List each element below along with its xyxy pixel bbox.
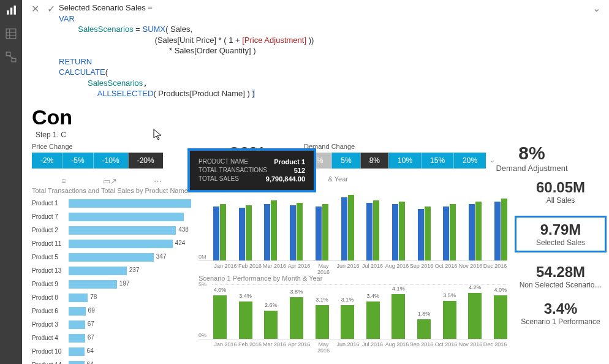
- price-option[interactable]: -10%: [93, 153, 128, 169]
- left-chart-title: Total Transactions and Total Sales by Pr…: [32, 187, 191, 194]
- svg-rect-8: [12, 58, 16, 62]
- price-option[interactable]: -5%: [62, 153, 93, 169]
- datapoint-tooltip: PRODUCT NAMEProduct 1TOTAL TRANSACTIONS5…: [187, 148, 316, 192]
- kpi-card[interactable]: 9.79MSelected Sales: [515, 216, 607, 252]
- svg-line-9: [9, 56, 14, 59]
- bar-label: Product 13: [32, 267, 69, 274]
- kpi-cards: 60.05MAll Sales9.79MSelected Sales54.28M…: [515, 175, 607, 364]
- demand-adjustment-label: Demand Adjustment: [464, 164, 599, 173]
- step-text: Step 1. C: [22, 129, 609, 139]
- product-bar-chart[interactable]: Product 1Product 7Product 2438Product 11…: [32, 197, 191, 364]
- data-view-icon[interactable]: [6, 28, 17, 42]
- price-option[interactable]: -2%: [32, 153, 62, 169]
- export-icon[interactable]: ▭↗: [103, 176, 117, 186]
- bar-label: Product 8: [32, 294, 69, 301]
- page-title: Con: [22, 102, 609, 129]
- demand-change-title: Demand Change: [304, 143, 457, 150]
- bar-label: Product 1: [32, 200, 69, 207]
- bar-label: Product 14: [32, 362, 69, 364]
- bar-label: Product 3: [32, 321, 69, 328]
- demand-option[interactable]: 15%: [421, 153, 453, 169]
- bar-label: Product 2: [32, 227, 69, 233]
- model-view-icon[interactable]: [6, 51, 17, 65]
- report-view-icon[interactable]: [6, 5, 17, 18]
- collapse-icon[interactable]: ⌄: [589, 2, 604, 14]
- bar-label: Product 9: [32, 281, 69, 287]
- cancel-icon[interactable]: ✕: [27, 2, 43, 15]
- demand-option[interactable]: 8%: [360, 153, 388, 169]
- svg-rect-7: [6, 52, 10, 56]
- bar-label: Product 6: [32, 308, 69, 314]
- kpi-card[interactable]: 54.28MNon Selected Scenario…: [515, 264, 607, 289]
- commit-icon[interactable]: ✓: [43, 2, 59, 15]
- cursor-icon: [153, 129, 163, 141]
- price-change-title: Price Change: [32, 143, 185, 150]
- demand-change-slicer: 2%5%8%10%15%20%: [304, 153, 486, 169]
- svg-rect-1: [10, 8, 12, 15]
- svg-rect-0: [7, 10, 9, 15]
- svg-rect-3: [6, 29, 16, 39]
- bar-label: Product 4: [32, 335, 69, 341]
- dax-code[interactable]: Selected Scenario Sales = VAR SalesScena…: [59, 2, 589, 99]
- formula-bar: ✕ ✓ Selected Scenario Sales = VAR SalesS…: [22, 0, 609, 102]
- side-rail: [0, 0, 22, 364]
- scenario-performance-chart[interactable]: Scenario 1 Performance by Month & Year 5…: [199, 275, 507, 346]
- bar-label: Product 5: [32, 254, 69, 260]
- price-option[interactable]: -20%: [128, 153, 163, 169]
- price-change-slicer: -2%-5%-10%-20%: [32, 153, 185, 169]
- demand-adjustment-value: 8%: [464, 143, 599, 164]
- kpi-card[interactable]: 3.4%Scenario 1 Performance: [515, 300, 607, 326]
- demand-option[interactable]: 10%: [388, 153, 421, 169]
- bar-label: Product 7: [32, 213, 69, 220]
- demand-option[interactable]: 5%: [331, 153, 360, 169]
- more-icon[interactable]: ⋯: [154, 176, 162, 186]
- svg-rect-2: [14, 6, 16, 15]
- kpi-card[interactable]: 60.05MAll Sales: [515, 179, 607, 205]
- bar-label: Product 11: [32, 240, 69, 247]
- drill-icon[interactable]: ≡: [61, 176, 66, 186]
- bar-label: Product 10: [32, 348, 69, 355]
